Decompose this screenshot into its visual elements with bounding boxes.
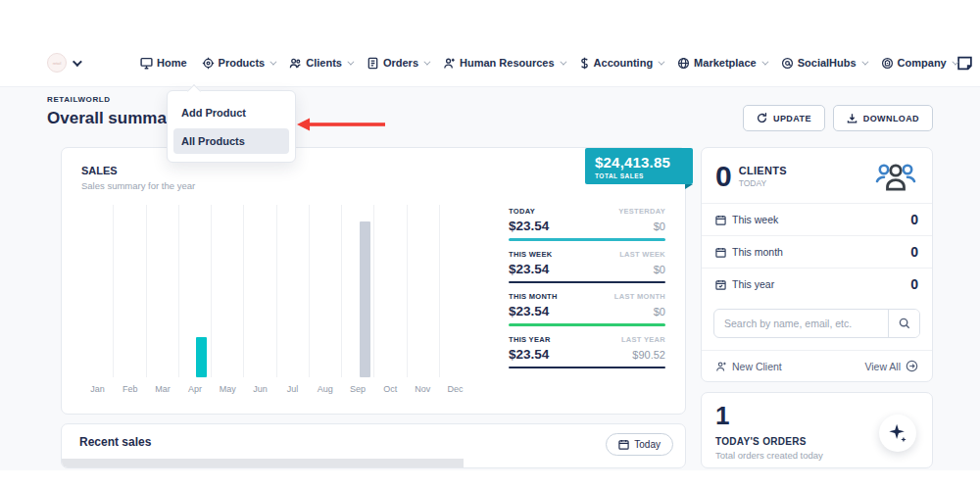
stat-compare-value: $0 [654, 306, 665, 318]
client-search [713, 309, 920, 338]
stat-value: $23.54 [509, 219, 549, 233]
dollar-icon [579, 57, 590, 70]
stat-value: $23.54 [509, 347, 549, 362]
chevron-down-icon [347, 58, 354, 65]
download-label: DOWNLOAD [863, 114, 919, 123]
clients-row-week: This week 0 [702, 204, 932, 236]
calendar-icon [715, 215, 726, 225]
nav-item-home[interactable]: Home [140, 57, 187, 70]
nav-label: Human Resources [460, 57, 555, 69]
new-client-link[interactable]: New Client [715, 361, 782, 372]
breadcrumb: RETAILWORLD [47, 95, 182, 104]
stat-underline [509, 281, 665, 284]
nav-item-clients[interactable]: Clients [289, 57, 352, 70]
chart-slot-dec [439, 205, 471, 377]
chevron-down-icon [423, 58, 430, 65]
search-button[interactable] [888, 310, 919, 337]
stat-compare-value: $0 [654, 220, 665, 232]
app-logo-menu[interactable]: retail [47, 53, 79, 73]
stat-compare-label: LAST WEEK [619, 250, 665, 259]
topbar-icons: ? [956, 52, 980, 74]
clients-row-year: This year 0 [702, 269, 932, 300]
building-icon [881, 57, 894, 70]
month-label: Apr [179, 384, 212, 394]
calendar-check-icon [715, 279, 726, 290]
sales-card-title: SALES [81, 165, 665, 176]
update-button[interactable]: UPDATE [743, 105, 825, 131]
clients-card-header: 0 CLIENTS TODAY [702, 148, 932, 204]
people-icon [289, 57, 302, 70]
person-plus-icon [443, 57, 456, 70]
nav-item-human-resources[interactable]: Human Resources [443, 57, 564, 70]
view-all-label: View All [864, 361, 901, 372]
nav-item-accounting[interactable]: Accounting [579, 57, 663, 70]
chevron-down-icon [861, 58, 868, 65]
note-icon[interactable] [956, 55, 973, 72]
nav-item-socialhubs[interactable]: SocialHubs [781, 57, 866, 70]
month-label: Sep [341, 384, 373, 394]
month-label: May [212, 384, 244, 394]
chart-slot-jun [243, 205, 275, 377]
month-label: Oct [374, 384, 407, 394]
month-label: Aug [309, 384, 341, 394]
stat-label: THIS YEAR [509, 335, 551, 344]
stat-this-year: THIS YEARLAST YEAR $23.54$90.52 [509, 335, 665, 369]
nav-item-products[interactable]: Products [202, 57, 275, 70]
month-label: Dec [439, 384, 471, 394]
menu-item-add-product[interactable]: Add Product [173, 100, 289, 125]
sales-stats: TODAYYESTERDAY $23.54$0 THIS WEEKLAST WE… [509, 207, 665, 394]
clients-row-label: This year [732, 278, 774, 290]
update-label: UPDATE [773, 114, 811, 123]
stat-compare-value: $0 [654, 264, 665, 275]
chevron-down-icon [560, 58, 566, 65]
stat-this-week: THIS WEEKLAST WEEK $23.54$0 [509, 250, 665, 284]
menu-item-all-products[interactable]: All Products [173, 128, 289, 154]
chart-slot-may [211, 205, 243, 377]
chart-slot-nov [407, 205, 439, 377]
chart-slot-apr [178, 205, 211, 377]
clients-card: 0 CLIENTS TODAY This week 0 This month 0 [701, 147, 933, 382]
sales-card: $24,413.85 TOTAL SALES SALES Sales summa… [61, 147, 686, 415]
nav-label: Company [898, 57, 947, 69]
download-button[interactable]: DOWNLOAD [833, 105, 933, 131]
today-filter-button[interactable]: Today [606, 433, 673, 456]
nav-item-company[interactable]: Company [881, 57, 956, 70]
gear-icon [202, 57, 215, 70]
month-label: Feb [114, 384, 146, 394]
stat-label: THIS WEEK [509, 250, 552, 259]
month-label: Jun [244, 384, 276, 394]
calendar-icon [715, 247, 726, 258]
sparkle-action-button[interactable] [879, 415, 916, 452]
month-label: Jan [81, 384, 114, 394]
nav-item-marketplace[interactable]: Marketplace [677, 57, 766, 70]
chart-slot-feb [113, 205, 145, 377]
stat-underline [509, 323, 665, 326]
clients-title: CLIENTS [739, 165, 787, 176]
clients-row-month: This month 0 [702, 236, 932, 269]
nav-label: Products [219, 57, 266, 69]
globe-icon [677, 57, 690, 70]
nav-label: Home [157, 57, 187, 69]
view-all-link[interactable]: View All [864, 360, 918, 372]
nav-item-orders[interactable]: Orders [367, 57, 428, 70]
table-header-strip [62, 459, 464, 467]
chevron-down-icon [658, 58, 664, 65]
chart-slot-sep [341, 205, 373, 377]
clients-row-label: This week [732, 214, 778, 225]
nav-label: SocialHubs [798, 57, 857, 69]
total-sales-amount: $24,413.85 [595, 154, 683, 171]
annotation-arrow [297, 118, 385, 131]
page-title: Overall summary [47, 109, 182, 128]
stat-today: TODAYYESTERDAY $23.54$0 [509, 207, 665, 241]
bar-last-year-sep [360, 221, 370, 377]
stat-compare-label: YESTERDAY [618, 207, 665, 216]
chart-slot-jul [276, 205, 309, 377]
clients-row-value: 0 [910, 244, 918, 260]
main-nav: Home Products Clients Orders Human Resou… [140, 57, 956, 70]
top-navigation-bar: retail Home Products Clients Orders [47, 45, 949, 80]
stat-compare-value: $90.52 [632, 349, 665, 361]
client-search-input[interactable] [714, 318, 888, 329]
chart-slot-jan [81, 205, 113, 377]
stat-underline [509, 367, 665, 369]
stat-underline [509, 238, 665, 241]
